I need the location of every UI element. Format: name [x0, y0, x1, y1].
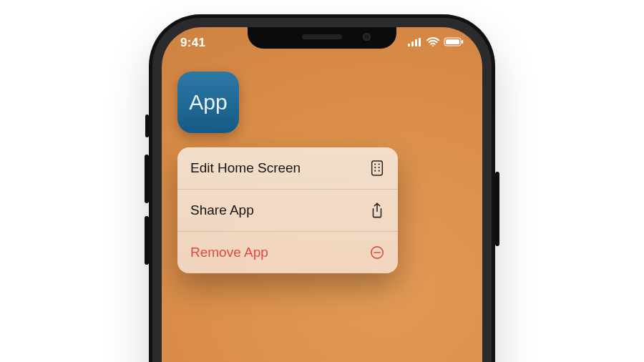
- svg-rect-2: [415, 39, 417, 47]
- menu-item-edit-home-screen[interactable]: Edit Home Screen: [177, 147, 398, 190]
- app-icon[interactable]: App: [177, 72, 239, 133]
- status-time: 9:41: [180, 36, 205, 50]
- share-icon: [369, 202, 385, 218]
- app-icon-label: App: [189, 90, 227, 114]
- menu-item-label: Remove App: [190, 245, 268, 260]
- menu-item-label: Edit Home Screen: [190, 160, 301, 176]
- screen: 9:41 App Edit Home S: [162, 27, 482, 362]
- apps-grid-icon: [369, 160, 385, 176]
- status-indicators: [408, 36, 464, 49]
- menu-item-label: Share App: [190, 202, 254, 218]
- svg-point-9: [374, 163, 376, 165]
- svg-point-14: [379, 170, 380, 172]
- context-menu: Edit Home Screen S: [177, 147, 398, 273]
- svg-point-10: [379, 163, 380, 165]
- svg-point-4: [432, 45, 434, 47]
- wifi-icon: [426, 36, 439, 49]
- status-bar: 9:41: [162, 34, 482, 52]
- remove-circle-icon: [369, 245, 385, 260]
- svg-rect-6: [446, 39, 459, 44]
- volume-down-button[interactable]: [145, 216, 149, 265]
- stage: 9:41 App Edit Home S: [0, 0, 644, 362]
- battery-icon: [444, 36, 464, 49]
- svg-rect-7: [462, 40, 463, 44]
- svg-point-11: [374, 167, 376, 168]
- power-button[interactable]: [495, 172, 499, 246]
- svg-point-13: [374, 170, 376, 172]
- svg-point-12: [379, 167, 380, 168]
- svg-rect-3: [419, 38, 421, 47]
- menu-item-share-app[interactable]: Share App: [177, 190, 398, 232]
- volume-up-button[interactable]: [145, 155, 149, 203]
- cellular-icon: [408, 36, 422, 49]
- phone-frame: 9:41 App Edit Home S: [149, 14, 495, 362]
- svg-rect-0: [408, 44, 410, 47]
- svg-rect-1: [411, 41, 414, 47]
- menu-item-remove-app[interactable]: Remove App: [177, 232, 398, 273]
- mute-switch[interactable]: [145, 114, 149, 137]
- svg-rect-8: [372, 161, 383, 175]
